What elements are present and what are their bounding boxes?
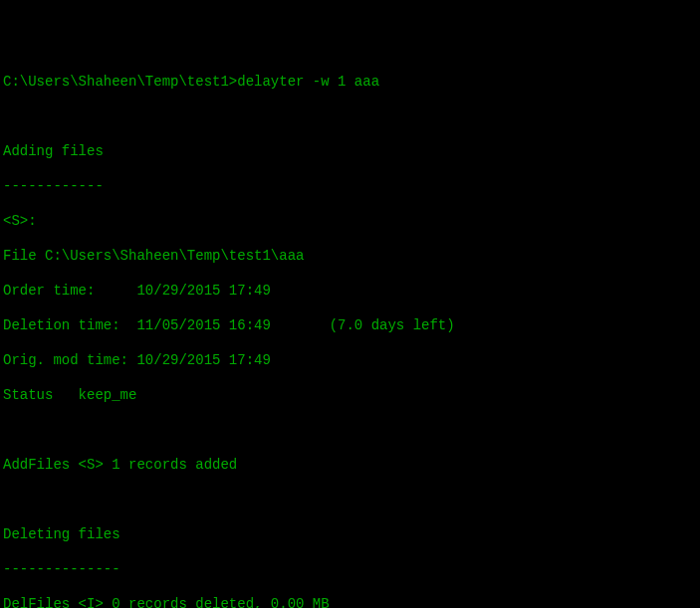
blank-line [3, 422, 697, 440]
delfiles-result: DelFiles <I> 0 records deleted, 0.00 MB [3, 596, 697, 608]
addfiles-result: AddFiles <S> 1 records added [3, 457, 697, 475]
status: Status keep_me [3, 387, 697, 405]
record-id: <S>: [3, 213, 697, 231]
deleting-files-header: Deleting files [3, 526, 697, 544]
deletion-time: Deletion time: 11/05/2015 16:49 (7.0 day… [3, 317, 697, 335]
order-time: Order time: 10/29/2015 17:49 [3, 283, 697, 301]
adding-files-header: Adding files [3, 143, 697, 161]
prompt-path: C:\Users\Shaheen\Temp\test1> [3, 74, 237, 90]
command-prompt-1[interactable]: C:\Users\Shaheen\Temp\test1>delayter -w … [3, 74, 697, 92]
blank-line [3, 492, 697, 509]
divider: -------------- [3, 561, 697, 579]
divider: ------------ [3, 178, 697, 196]
orig-mod-time: Orig. mod time: 10/29/2015 17:49 [3, 352, 697, 370]
blank-line [3, 108, 697, 126]
file-path: File C:\Users\Shaheen\Temp\test1\aaa [3, 248, 697, 266]
command-input: delayter -w 1 aaa [237, 74, 379, 90]
